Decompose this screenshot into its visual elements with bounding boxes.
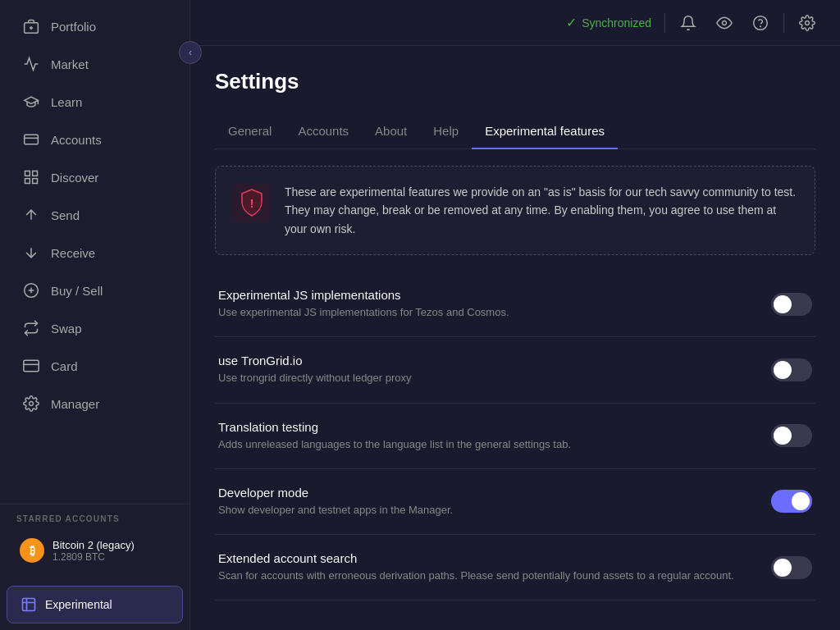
buy-sell-icon <box>23 282 39 299</box>
toggle-developer-mode[interactable] <box>771 490 812 513</box>
visibility-button[interactable] <box>708 7 741 39</box>
toggle-trongrid[interactable] <box>771 358 812 381</box>
sidebar-item-card-label: Card <box>51 359 78 373</box>
market-icon <box>23 56 39 72</box>
experimental-nav-label: Experimental <box>45 598 112 611</box>
feature-desc-extended-account: Scan for accounts with erroneous derivat… <box>218 568 771 583</box>
discover-icon <box>23 169 39 185</box>
svg-rect-14 <box>24 360 39 371</box>
feature-label-extended-account: Extended account search <box>218 551 771 565</box>
manager-icon <box>23 395 39 412</box>
experimental-nav-item[interactable]: Experimental <box>7 586 183 623</box>
sync-status: ✓ Synchronized <box>566 15 651 30</box>
sidebar: Portfolio Market Learn Accounts Discover <box>0 0 190 630</box>
toggle-experimental-js[interactable] <box>771 293 812 316</box>
notifications-button[interactable] <box>672 7 705 39</box>
tab-help[interactable]: Help <box>420 114 472 149</box>
feature-label-trongrid: use TronGrid.io <box>218 354 771 368</box>
feature-info-trongrid: use TronGrid.io Use trongrid directly wi… <box>218 354 771 386</box>
shield-warning-icon: ! <box>232 183 272 222</box>
topbar-divider-1 <box>664 13 665 33</box>
toggle-extended-account[interactable] <box>771 556 812 579</box>
sidebar-item-buy-sell[interactable]: Buy / Sell <box>7 272 183 308</box>
feature-row-extended-account: Extended account search Scan for account… <box>215 535 815 600</box>
feature-desc-experimental-js: Use experimental JS implementations for … <box>218 305 771 320</box>
sidebar-item-send[interactable]: Send <box>7 197 183 233</box>
settings-button[interactable] <box>791 7 824 39</box>
svg-text:!: ! <box>250 197 254 210</box>
help-button[interactable] <box>744 7 777 39</box>
swap-icon <box>23 320 39 336</box>
topbar-divider-2 <box>783 13 784 33</box>
tab-accounts[interactable]: Accounts <box>285 114 362 149</box>
bitcoin-account-icon: ₿ <box>20 538 44 563</box>
portfolio-icon <box>23 18 39 34</box>
sidebar-item-manager[interactable]: Manager <box>7 386 183 422</box>
tab-general[interactable]: General <box>215 114 285 149</box>
feature-row-translation: Translation testing Adds unreleased lang… <box>215 404 815 469</box>
sidebar-item-receive-label: Receive <box>51 246 95 260</box>
send-icon <box>23 207 39 223</box>
sidebar-item-card[interactable]: Card <box>7 348 183 384</box>
feature-row-developer-mode: Developer mode Show developer and testne… <box>215 469 815 535</box>
feature-row-trongrid: use TronGrid.io Use trongrid directly wi… <box>215 337 815 403</box>
sync-check-icon: ✓ <box>566 15 577 30</box>
tab-experimental[interactable]: Experimental features <box>472 114 618 149</box>
feature-label-experimental-js: Experimental JS implementations <box>218 288 771 302</box>
receive-icon <box>23 244 39 261</box>
starred-accounts-section: STARRED ACCOUNTS ₿ Bitcoin 2 (legacy) 1.… <box>0 504 189 579</box>
sidebar-item-swap-label: Swap <box>51 322 82 336</box>
svg-point-20 <box>806 21 810 25</box>
feature-info-developer-mode: Developer mode Show developer and testne… <box>218 486 771 518</box>
sidebar-item-accounts[interactable]: Accounts <box>7 121 183 158</box>
starred-account-info: Bitcoin 2 (legacy) 1.2809 BTC <box>52 539 135 563</box>
feature-info-experimental-js: Experimental JS implementations Use expe… <box>218 288 771 320</box>
experimental-info-box: ! These are experimental features we pro… <box>215 166 815 255</box>
sidebar-item-learn[interactable]: Learn <box>7 84 183 120</box>
card-icon <box>23 358 39 374</box>
main-content: ✓ Synchronized Settings General Accounts… <box>190 0 840 630</box>
feature-label-translation: Translation testing <box>218 420 771 434</box>
feature-desc-trongrid: Use trongrid directly without ledger pro… <box>218 371 771 386</box>
sidebar-item-buy-sell-label: Buy / Sell <box>51 284 103 298</box>
learn-icon <box>23 94 39 110</box>
feature-row-experimental-js: Experimental JS implementations Use expe… <box>215 272 815 337</box>
sidebar-item-market[interactable]: Market <box>7 46 183 82</box>
feature-desc-translation: Adds unreleased languages to the languag… <box>218 437 771 452</box>
sync-label: Synchronized <box>582 16 651 30</box>
accounts-icon <box>23 131 39 148</box>
toggle-translation[interactable] <box>771 424 812 447</box>
sidebar-item-receive[interactable]: Receive <box>7 235 183 271</box>
sidebar-item-swap[interactable]: Swap <box>7 310 183 346</box>
settings-page: Settings General Accounts About Help Exp… <box>190 46 840 630</box>
sidebar-item-portfolio[interactable]: Portfolio <box>7 8 183 44</box>
svg-point-16 <box>30 402 34 406</box>
svg-rect-5 <box>25 171 30 176</box>
feature-desc-developer-mode: Show developer and testnet apps in the M… <box>218 503 771 518</box>
sidebar-item-discover[interactable]: Discover <box>7 159 183 195</box>
experimental-nav-icon <box>21 596 37 613</box>
sidebar-item-learn-label: Learn <box>51 95 82 109</box>
topbar: ✓ Synchronized <box>190 0 840 46</box>
sidebar-item-market-label: Market <box>51 57 89 71</box>
starred-account-bitcoin[interactable]: ₿ Bitcoin 2 (legacy) 1.2809 BTC <box>16 532 173 569</box>
svg-point-18 <box>754 16 768 30</box>
sidebar-item-portfolio-label: Portfolio <box>51 20 96 34</box>
svg-rect-3 <box>25 135 39 144</box>
svg-rect-7 <box>25 179 30 184</box>
page-title: Settings <box>215 69 815 94</box>
sidebar-item-accounts-label: Accounts <box>51 133 102 147</box>
sidebar-collapse-button[interactable]: ‹ <box>179 41 202 64</box>
sidebar-item-send-label: Send <box>51 208 80 222</box>
feature-info-extended-account: Extended account search Scan for account… <box>218 551 771 583</box>
svg-point-17 <box>723 21 727 25</box>
tab-about[interactable]: About <box>362 114 420 149</box>
sidebar-nav: Portfolio Market Learn Accounts Discover <box>0 0 189 504</box>
settings-tabs: General Accounts About Help Experimental… <box>215 114 815 149</box>
experimental-info-text: These are experimental features we provi… <box>285 183 798 238</box>
sidebar-item-manager-label: Manager <box>51 397 99 411</box>
starred-account-balance: 1.2809 BTC <box>52 551 135 563</box>
feature-info-translation: Translation testing Adds unreleased lang… <box>218 420 771 452</box>
sidebar-item-discover-label: Discover <box>51 171 98 185</box>
starred-accounts-title: STARRED ACCOUNTS <box>16 514 173 523</box>
